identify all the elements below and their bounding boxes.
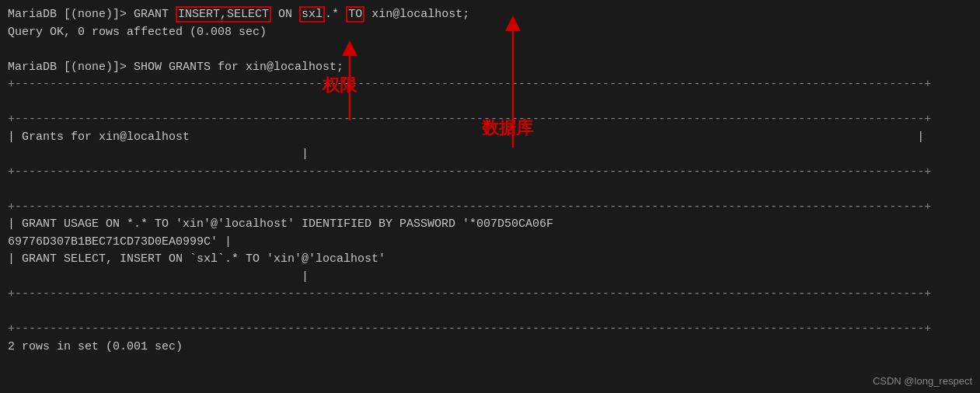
highlight-sxl: sxl	[299, 6, 325, 23]
password-line: 69776D307B1BEC71CD73D0EA0999C' |	[8, 234, 972, 252]
dashed-mid: +---------------------------------------…	[8, 164, 972, 182]
on-text: ON	[271, 8, 299, 21]
dashed-bottom: +---------------------------------------…	[8, 286, 972, 304]
user-text: xin@localhost;	[364, 8, 469, 21]
highlight-insert-select: INSERT,SELECT	[176, 6, 271, 23]
blank-line-1	[8, 41, 972, 59]
blank-line-4	[8, 304, 972, 322]
prompt-1: MariaDB [(none)]> GRANT	[8, 8, 176, 21]
pipe-line-1: |	[8, 146, 972, 164]
terminal: MariaDB [(none)]> GRANT INSERT,SELECT ON…	[0, 0, 980, 393]
dashed-top: +---------------------------------------…	[8, 76, 972, 94]
dot-star: .*	[325, 8, 346, 21]
grant-select-line: | GRANT SELECT, INSERT ON `sxl`.* TO 'xi…	[8, 251, 972, 269]
csdn-watermark: CSDN @long_respect	[873, 375, 972, 387]
blank-line-3	[8, 181, 972, 199]
show-grants-line: MariaDB [(none)]> SHOW GRANTS for xin@lo…	[8, 59, 972, 77]
grant-usage-line: | GRANT USAGE ON *.* TO 'xin'@'localhost…	[8, 216, 972, 234]
command-line-1: MariaDB [(none)]> GRANT INSERT,SELECT ON…	[8, 6, 972, 24]
blank-line-2	[8, 94, 972, 112]
shujuku-label: 数据库	[482, 117, 533, 140]
pipe-line-2: |	[8, 269, 972, 287]
highlight-to: TO	[346, 6, 364, 23]
quanxian-label: 权限	[323, 74, 357, 97]
dashed-inner-mid: +---------------------------------------…	[8, 199, 972, 217]
query-ok-line: Query OK, 0 rows affected (0.008 sec)	[8, 24, 972, 42]
dashed-inner-bottom: +---------------------------------------…	[8, 321, 972, 339]
rows-in-set-line: 2 rows in set (0.001 sec)	[8, 339, 972, 356]
